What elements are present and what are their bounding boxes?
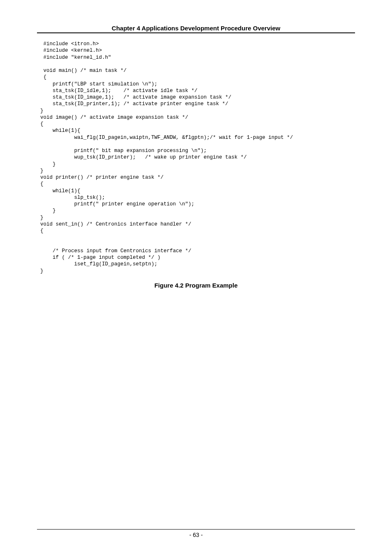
code-listing: #include <itron.h> #include <kernel.h> #… [40, 41, 355, 274]
page-number: - 63 - [189, 532, 203, 538]
page-footer: - 63 - [37, 529, 355, 539]
footer-line: - 63 - [37, 529, 355, 539]
page-header: Chapter 4 Applications Development Proce… [37, 25, 355, 33]
figure-caption: Figure 4.2 Program Example [37, 282, 355, 289]
chapter-title: Chapter 4 Applications Development Proce… [37, 25, 355, 32]
